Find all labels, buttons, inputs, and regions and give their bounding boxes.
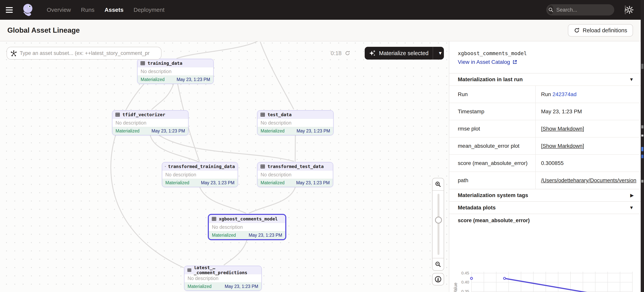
refresh-timer: 0:18 <box>331 47 350 60</box>
materialized-timestamp: May 23, 1:23 PM <box>296 128 330 134</box>
materialized-badge: Materialized <box>212 233 236 238</box>
metadata-row-path: path/Users/odetteharary/Documents/versio… <box>449 172 641 189</box>
metadata-label: path <box>449 172 536 189</box>
materialized-timestamp: May 23, 1:23 PM <box>201 180 234 185</box>
edge-xgboost_comments_model-to-latest_comment_predictions <box>224 240 247 265</box>
zoom-in-button[interactable] <box>432 178 444 191</box>
asset-node-xgboost_comments_model[interactable]: xgboost_comments_modelNo descriptionMate… <box>208 214 286 240</box>
gear-icon[interactable] <box>625 6 634 14</box>
metadata-link[interactable]: [Show Markdown] <box>541 143 584 149</box>
asset-node-description: No description <box>162 171 238 179</box>
metadata-plot-chart: 0.450.400.350.301:20:36 p.m.1:20:48 p.m.… <box>453 267 638 292</box>
edge-transformed_test_data-to-xgboost_comments_model <box>249 188 295 213</box>
asset-node-latest_comment_predictions[interactable]: latest_…_comment_predictionsNo descripti… <box>184 266 262 291</box>
nav-link-assets[interactable]: Assets <box>104 7 124 13</box>
materialize-selected-button[interactable]: Materialize selected ▼ <box>365 47 444 60</box>
asset-node-name: training_data <box>148 61 182 66</box>
asset-node-description: No description <box>184 274 261 282</box>
materialized-timestamp: May 23, 1:23 PM <box>225 284 258 289</box>
metadata-plot-title: score (mean_absolute_error) <box>449 214 641 224</box>
sparkles-icon <box>368 49 376 57</box>
metadata-label: Timestamp <box>449 103 536 120</box>
table-icon <box>260 112 265 117</box>
section-materialization-in-last-run[interactable]: Materialization in last run ▼ <box>449 73 641 86</box>
metadata-label: rmse plot <box>449 120 536 137</box>
materialize-dropdown-caret[interactable]: ▼ <box>434 51 442 56</box>
asset-subset-filter-input[interactable] <box>6 47 162 60</box>
asset-node-name: transformed_test_data <box>268 164 324 169</box>
zoom-out-button[interactable] <box>432 258 444 270</box>
asset-node-description: No description <box>138 67 213 75</box>
nav-link-runs[interactable]: Runs <box>81 7 94 13</box>
data-point-marker <box>504 277 506 279</box>
y-tick-label: 0.35 <box>461 289 469 292</box>
metadata-row-rmse-plot: rmse plot[Show Markdown] <box>449 120 641 137</box>
table-icon <box>187 268 192 273</box>
edge-tfidf_vectorizer-to-transformed_training_data <box>150 135 198 162</box>
zoom-slider[interactable] <box>438 194 440 255</box>
asset-node-test_data[interactable]: test_dataNo descriptionMaterializedMay 2… <box>257 110 334 135</box>
metadata-label: mean_absolute_error plot <box>449 137 536 155</box>
asset-node-status: MaterializedMay 23, 1:23 PM <box>162 179 238 187</box>
download-image-button[interactable] <box>432 273 444 285</box>
top-navigation-bar: OverviewRunsAssetsDeployment / <box>0 0 644 20</box>
metadata-value: May 23, 1:23 PM <box>541 109 582 115</box>
search-input[interactable] <box>556 7 625 13</box>
chevron-down-icon: ▼ <box>629 205 634 210</box>
reload-definitions-button[interactable]: Reload definitions <box>568 24 633 37</box>
asset-node-tfidf_vectorizer[interactable]: tfidf_vectorizerNo descriptionMaterializ… <box>112 110 188 135</box>
section-metadata-plots[interactable]: Metadata plots ▼ <box>449 201 641 214</box>
metadata-value: 0.300855 <box>541 160 564 166</box>
asset-node-transformed_test_data[interactable]: transformed_test_dataNo descriptionMater… <box>257 162 333 187</box>
asset-node-status: MaterializedMay 23, 1:23 PM <box>112 127 188 135</box>
metadata-link[interactable]: [Show Markdown] <box>541 126 584 132</box>
section-materialization-system-tags[interactable]: Materialization system tags ▶ <box>449 189 641 201</box>
materialized-timestamp: May 23, 1:23 PM <box>248 233 282 238</box>
edge-transformed_training_data-to-xgboost_comments_model <box>200 188 246 213</box>
asset-node-name: xgboost_comments_model <box>219 216 278 221</box>
metadata-row-timestamp: TimestampMay 23, 1:23 PM <box>449 103 641 120</box>
table-icon <box>260 164 265 169</box>
metadata-link[interactable]: /Users/odetteharary/Documents/version <box>541 177 636 183</box>
menu-icon[interactable] <box>6 6 14 14</box>
materialized-badge: Materialized <box>165 180 189 185</box>
global-search[interactable]: / <box>546 4 614 16</box>
asset-node-status: MaterializedMay 23, 1:23 PM <box>258 179 333 187</box>
run-id-link[interactable]: 242374ad <box>552 91 576 97</box>
asset-node-status: MaterializedMay 23, 1:23 PM <box>258 127 333 135</box>
edge-upstream_b-to-test_data <box>260 42 294 109</box>
asset-node-name: test_data <box>268 112 292 117</box>
view-in-asset-catalog-link[interactable]: View in Asset Catalog <box>458 59 517 65</box>
page-title: Global Asset Lineage <box>7 26 80 35</box>
asset-node-status: MaterializedMay 23, 1:23 PM <box>138 75 213 84</box>
materialized-timestamp: May 23, 1:23 PM <box>296 180 330 185</box>
table-icon <box>115 112 120 117</box>
asset-node-transformed_training_data[interactable]: transformed_training_dataNo descriptionM… <box>162 162 238 187</box>
search-icon <box>548 6 554 14</box>
materialized-badge: Materialized <box>140 77 164 82</box>
metadata-row-mean-absolute-error-plot: mean_absolute_error plot[Show Markdown] <box>449 137 641 155</box>
y-tick-label: 0.45 <box>461 271 469 275</box>
asset-node-training_data[interactable]: training_dataNo descriptionMaterializedM… <box>137 59 214 84</box>
asset-graph-icon <box>10 50 17 57</box>
refresh-icon <box>574 27 580 34</box>
refresh-countdown-icon[interactable] <box>344 50 350 56</box>
vertical-scrollbar[interactable] <box>641 0 644 292</box>
score-line <box>504 278 632 292</box>
materialization-metadata-table: RunRun 242374adTimestampMay 23, 1:23 PMr… <box>449 86 641 189</box>
materialized-badge: Materialized <box>260 128 284 134</box>
timer-value: 0:18 <box>331 50 342 57</box>
asset-lineage-graph[interactable]: 0:18 Materialize selected ▼ training_dat… <box>0 41 449 292</box>
nav-link-deployment[interactable]: Deployment <box>134 7 164 13</box>
table-icon <box>165 164 166 169</box>
asset-node-name: latest_…_comment_predictions <box>194 266 259 275</box>
asset-node-name: transformed_training_data <box>168 164 235 169</box>
chevron-down-icon: ▼ <box>629 77 634 82</box>
asset-node-status: MaterializedMay 23, 1:23 PM <box>184 282 261 290</box>
materialized-badge: Materialized <box>116 128 140 134</box>
zoom-slider-handle[interactable] <box>435 217 442 223</box>
page-header: Global Asset Lineage Reload definitions <box>0 20 641 41</box>
materialize-button-label: Materialize selected <box>379 50 428 57</box>
nav-link-overview[interactable]: Overview <box>47 7 71 13</box>
dagster-logo-icon[interactable] <box>21 3 35 17</box>
